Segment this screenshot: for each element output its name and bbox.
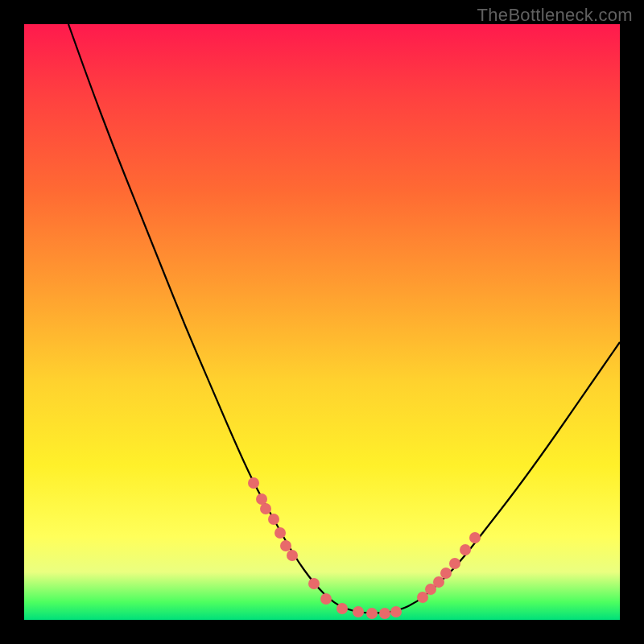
marker-group-bottom (308, 578, 402, 619)
curve-marker (256, 493, 267, 505)
curve-marker (336, 603, 348, 614)
curve-marker (433, 576, 444, 588)
curve-marker (366, 608, 378, 619)
curve-marker (353, 606, 364, 617)
curve-marker (308, 578, 320, 589)
marker-group-left (248, 477, 298, 561)
curve-marker (275, 527, 286, 539)
curve-marker (248, 477, 259, 489)
bottleneck-curve (68, 24, 620, 613)
chart-svg (24, 24, 620, 620)
curve-marker (320, 593, 332, 605)
curve-marker (417, 592, 428, 603)
watermark-text: TheBottleneck.com (477, 5, 633, 26)
curve-marker (268, 514, 279, 525)
curve-marker (469, 532, 481, 543)
curve-marker (260, 503, 271, 514)
curve-marker (390, 606, 402, 617)
curve-marker (287, 550, 298, 561)
curve-marker (280, 540, 291, 551)
curve-marker (449, 558, 460, 569)
curve-marker (379, 608, 390, 619)
marker-group-right (417, 532, 481, 603)
curve-marker (460, 544, 471, 555)
curve-marker (440, 568, 452, 579)
chart-plot-area (24, 24, 620, 620)
